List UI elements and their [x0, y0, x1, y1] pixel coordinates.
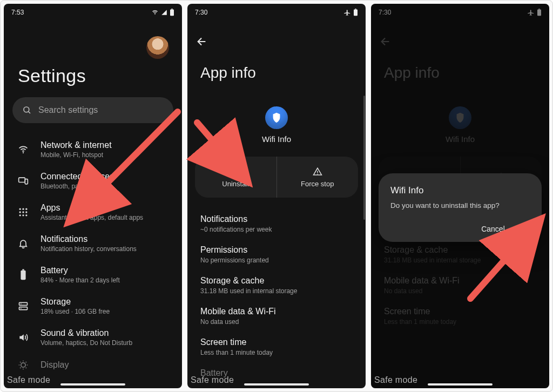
svg-point-5: [23, 152, 24, 153]
svg-rect-25: [355, 9, 356, 10]
svg-point-12: [22, 211, 24, 213]
devices-icon: [16, 175, 31, 186]
shield-icon: [271, 112, 282, 124]
back-button[interactable]: [196, 33, 213, 50]
item-title: Network & internet: [41, 140, 112, 150]
settings-list: Network & internet Mobile, Wi-Fi, hotspo…: [4, 133, 182, 377]
uninstall-label: Uninstall: [222, 180, 249, 188]
svg-point-23: [21, 363, 25, 367]
item-title: Battery: [41, 266, 120, 275]
phone-uninstall-dialog: 7:30 App info Wifi Info: [371, 4, 549, 388]
item-title: Apps: [41, 203, 143, 213]
svg-rect-7: [25, 179, 28, 184]
uninstall-button[interactable]: Uninstall: [195, 157, 276, 198]
item-sub: 84% - More than 2 days left: [41, 276, 120, 284]
item-title: Display: [41, 360, 69, 370]
svg-point-22: [21, 308, 22, 309]
search-input[interactable]: Search settings: [12, 97, 173, 123]
back-arrow-icon: [196, 36, 208, 48]
dialog-ok-button[interactable]: OK: [519, 225, 530, 233]
home-indicator[interactable]: [428, 383, 493, 386]
item-sub: 18% used · 106 GB free: [41, 308, 110, 315]
svg-point-0: [154, 14, 155, 15]
storage-icon: [16, 301, 31, 312]
item-title: Notifications: [41, 234, 137, 244]
action-buttons: Uninstall Force stop: [195, 157, 358, 198]
battery-icon: [170, 9, 174, 16]
svg-rect-2: [171, 9, 173, 10]
settings-item-display[interactable]: Display: [4, 353, 182, 377]
settings-item-sound[interactable]: Sound & vibration Volume, haptics, Do No…: [4, 322, 182, 353]
item-title: Sound & vibration: [41, 328, 132, 338]
status-bar: 7:30: [187, 4, 366, 21]
status-icons: [343, 9, 358, 16]
profile-avatar[interactable]: [146, 36, 169, 59]
svg-point-13: [25, 211, 27, 213]
item-sub: Assistant, recent apps, default apps: [41, 214, 143, 221]
svg-point-9: [22, 208, 24, 210]
page-title: App info: [187, 50, 366, 89]
item-sub: Notification history, conversations: [41, 245, 137, 253]
scroll-indicator: [363, 96, 365, 220]
svg-line-4: [28, 111, 30, 113]
svg-point-3: [24, 107, 29, 112]
settings-item-apps[interactable]: Apps Assistant, recent apps, default app…: [4, 197, 182, 228]
dialog-cancel-button[interactable]: Cancel: [481, 225, 505, 233]
safe-mode-badge: Safe mode: [7, 375, 50, 385]
page-title: Settings: [4, 59, 182, 92]
battery-icon: [16, 269, 31, 281]
app-name: Wifi Info: [262, 134, 291, 144]
detail-permissions[interactable]: Permissions No permissions granted: [187, 239, 366, 270]
svg-rect-6: [19, 178, 25, 182]
detail-mobile-data[interactable]: Mobile data & Wi-Fi No data used: [187, 301, 366, 332]
bell-icon: [16, 238, 31, 249]
settings-item-notifications[interactable]: Notifications Notification history, conv…: [4, 228, 182, 259]
apps-icon: [16, 207, 31, 218]
detail-storage[interactable]: Storage & cache 31.18 MB used in interna…: [187, 270, 366, 301]
force-stop-button[interactable]: Force stop: [276, 157, 359, 198]
item-sub: Volume, haptics, Do Not Disturb: [41, 339, 132, 347]
settings-item-connected-devices[interactable]: Connected devices Bluetooth, pairing: [4, 165, 182, 197]
detail-screen-time[interactable]: Screen time Less than 1 minute today: [187, 332, 366, 362]
clock: 7:30: [195, 9, 207, 16]
app-detail-list: Notifications ~0 notifications per week …: [187, 207, 366, 385]
app-header: Wifi Info: [187, 89, 366, 154]
svg-point-16: [25, 214, 27, 216]
status-bar: 7:53: [4, 4, 182, 21]
svg-point-11: [19, 211, 21, 213]
status-icons: [151, 9, 174, 16]
svg-rect-20: [19, 307, 28, 310]
dialog-message: Do you want to uninstall this app?: [390, 201, 530, 209]
display-icon: [16, 360, 31, 370]
svg-rect-1: [170, 9, 174, 16]
warning-icon: [313, 167, 322, 177]
search-placeholder: Search settings: [38, 105, 98, 115]
svg-point-15: [22, 214, 24, 216]
settings-item-network[interactable]: Network & internet Mobile, Wi-Fi, hotspo…: [4, 134, 182, 165]
phone-settings: 7:53 Settings Search settings Network &: [4, 4, 182, 388]
safe-mode-badge: Safe mode: [374, 375, 417, 385]
sound-icon: [16, 332, 31, 343]
phone-app-info: 7:30 App info Wifi Info Uninstall: [187, 4, 366, 388]
svg-point-26: [317, 173, 318, 174]
safe-mode-badge: Safe mode: [191, 375, 234, 385]
settings-item-battery[interactable]: Battery 84% - More than 2 days left: [4, 259, 182, 290]
search-icon: [22, 105, 32, 115]
trash-icon: [231, 167, 240, 177]
settings-item-storage[interactable]: Storage 18% used · 106 GB free: [4, 290, 182, 322]
wifi-icon: [16, 144, 31, 155]
svg-point-14: [19, 214, 21, 216]
item-sub: Bluetooth, pairing: [41, 183, 114, 190]
home-indicator[interactable]: [60, 383, 125, 386]
item-title: Connected devices: [41, 172, 114, 181]
item-sub: Mobile, Wi-Fi, hotspot: [41, 151, 112, 159]
detail-notifications[interactable]: Notifications ~0 notifications per week: [187, 208, 366, 239]
svg-point-21: [21, 303, 22, 305]
svg-point-8: [19, 208, 21, 210]
wifi-icon: [151, 9, 159, 16]
svg-rect-24: [354, 9, 358, 16]
clock: 7:53: [11, 9, 24, 16]
home-indicator[interactable]: [244, 383, 309, 386]
svg-rect-17: [21, 271, 25, 280]
airplane-icon: [343, 9, 351, 16]
